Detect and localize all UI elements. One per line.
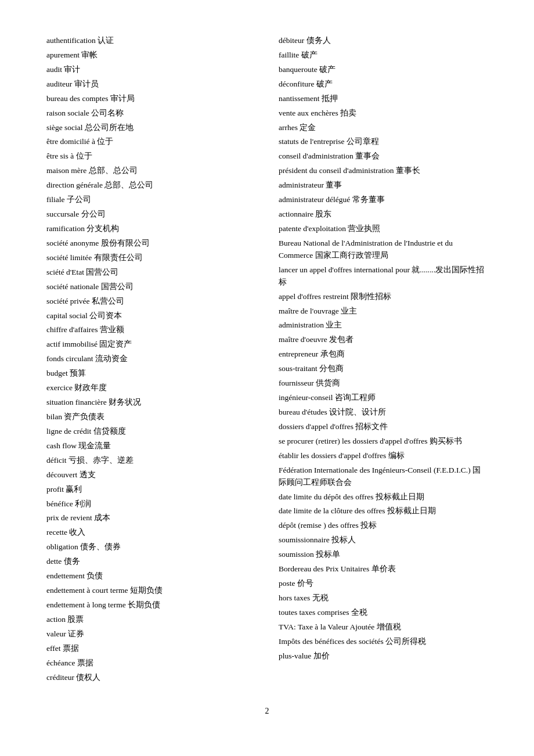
list-item: appel d'offres restreint 限制性招标 [279,291,488,303]
list-item: obligation 债务、债券 [46,541,255,553]
list-item: Impôts des bénéfices des sociétés 公司所得税 [279,636,488,648]
list-item: conseil d'administration 董事会 [279,150,488,163]
list-item: chiffre d'affaires 营业额 [46,324,255,336]
list-item: siège social 总公司所在地 [46,122,255,134]
list-item: vente aux enchères 拍卖 [279,107,488,120]
list-item: toutes taxes comprises 全税 [279,607,488,619]
list-item: Bureau National de l'Administration de l… [279,237,488,262]
list-item: action 股票 [46,614,255,626]
list-item: banqueroute 破产 [279,64,488,76]
list-item: hors taxes 无税 [279,592,488,604]
list-item: découvert 透支 [46,469,255,481]
list-item: endettement 负债 [46,570,255,582]
list-item: apurement 审帐 [46,49,255,62]
list-item: se procurer (retirer) les dossiers d'app… [279,435,488,448]
list-item: valeur 证券 [46,628,255,640]
list-item: ingénieur-conseil 咨询工程师 [279,392,488,404]
list-item: plus-value 加价 [279,650,488,663]
list-item: dette 债务 [46,556,255,568]
list-item: effet 票据 [46,643,255,655]
list-item: audit 审计 [46,64,255,76]
left-column: authentification 认证apurement 审帐audit 审计a… [46,35,255,683]
list-item: société nationale 国营公司 [46,281,255,293]
list-item: budget 预算 [46,368,255,380]
list-item: lancer un appel d'offres international p… [279,264,488,289]
content-columns: authentification 认证apurement 审帐audit 审计a… [46,35,488,683]
list-item: ramification 分支机构 [46,223,255,235]
list-item: succursale 分公司 [46,208,255,221]
list-item: être sis à 位于 [46,150,255,163]
list-item: nantissement 抵押 [279,93,488,105]
list-item: recette 收入 [46,527,255,539]
list-item: administrateur 董事 [279,179,488,192]
list-item: sous-traitant 分包商 [279,363,488,375]
list-item: fonds circulant 流动资金 [46,353,255,365]
list-item: profit 赢利 [46,484,255,496]
list-item: date limite de la clôture des offres 投标截… [279,505,488,517]
list-item: bénéfice 利润 [46,498,255,510]
list-item: TVA: Taxe à la Valeur Ajoutée 增值税 [279,621,488,633]
list-item: soumissionnaire 投标人 [279,534,488,546]
list-item: Fédération Internationale des Ingénieurs… [279,465,488,489]
list-item: fournisseur 供货商 [279,377,488,390]
list-item: capital social 公司资本 [46,310,255,322]
list-item: endettement à court terme 短期负债 [46,585,255,597]
list-item: filiale 子公司 [46,194,255,206]
list-item: situation financière 财务状况 [46,397,255,409]
list-item: actionnaire 股东 [279,208,488,221]
list-item: échéance 票据 [46,657,255,669]
list-item: Bordereau des Prix Unitaires 单价表 [279,563,488,575]
list-item: administrateur délégué 常务董事 [279,194,488,206]
list-item: bureau des comptes 审计局 [46,93,255,105]
list-item: déconfiture 破产 [279,78,488,91]
list-item: établir les dossiers d'appel d'offres 编标 [279,450,488,462]
list-item: endettement à long terme 长期负债 [46,599,255,611]
list-item: date limite du dépôt des offres 投标截止日期 [279,491,488,503]
list-item: maître de l'ouvrage 业主 [279,305,488,318]
list-item: président du conseil d'administration 董事… [279,165,488,177]
list-item: direction générale 总部、总公司 [46,179,255,192]
list-item: arrhes 定金 [279,122,488,134]
list-item: société privée 私营公司 [46,296,255,308]
list-item: cash flow 现金流量 [46,440,255,452]
list-item: auditeur 审计员 [46,78,255,91]
page: authentification 认证apurement 审帐audit 审计a… [0,0,534,756]
right-column: débiteur 债务人faillite 破产banqueroute 破产déc… [279,35,488,663]
list-item: faillite 破产 [279,49,488,62]
list-item: société anonyme 股份有限公司 [46,237,255,250]
list-item: raison sociale 公司名称 [46,107,255,120]
list-item: entrepreneur 承包商 [279,348,488,361]
list-item: dépôt (remise ) des offres 投标 [279,520,488,532]
list-item: bureau d'études 设计院、设计所 [279,406,488,419]
list-item: soumission 投标单 [279,549,488,561]
list-item: société limitée 有限责任公司 [46,252,255,264]
list-item: être domicilié à 位于 [46,136,255,148]
list-item: déficit 亏损、赤字、逆差 [46,455,255,467]
list-item: prix de revient 成本 [46,512,255,524]
list-item: statuts de l'entreprise 公司章程 [279,136,488,148]
list-item: administration 业主 [279,319,488,332]
list-item: bilan 资产负债表 [46,411,255,423]
list-item: maître d'oeuvre 发包者 [279,334,488,346]
list-item: ligne de crédit 信贷额度 [46,426,255,438]
list-item: créditeur 债权人 [46,672,255,684]
list-item: débiteur 债务人 [279,35,488,47]
page-number: 2 [46,707,488,716]
list-item: patente d'exploitation 营业执照 [279,223,488,235]
list-item: poste 价号 [279,578,488,590]
list-item: dossiers d'appel d'offres 招标文件 [279,421,488,433]
list-item: authentification 认证 [46,35,255,47]
list-item: actif immobilisé 固定资产 [46,339,255,351]
list-item: sciété d'Etat 国营公司 [46,267,255,279]
list-item: maison mère 总部、总公司 [46,165,255,177]
list-item: exercice 财政年度 [46,382,255,394]
